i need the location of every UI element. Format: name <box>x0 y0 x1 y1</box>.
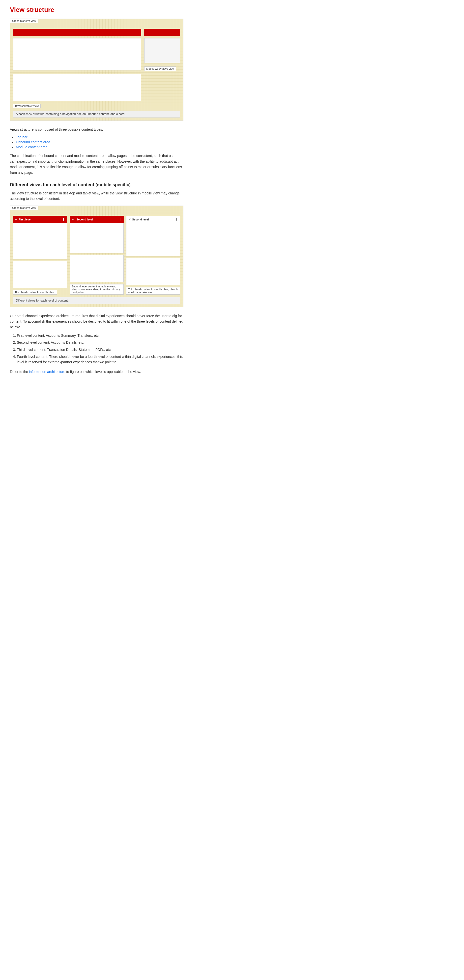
content-types-list: Top bar Unbound content area Module cont… <box>16 135 183 149</box>
second-level-col: Second level Second level content in mob… <box>70 216 124 294</box>
diagram2-container: Cross-platform view First level First le… <box>10 205 183 307</box>
third-level-label: Third level content in mobile view; view… <box>126 286 180 294</box>
second-level-label: Second level content in mobile view; vie… <box>70 283 124 294</box>
level-item-3: Third level content: Transaction Details… <box>17 347 183 352</box>
list-item-unbound: Unbound content area <box>16 140 183 144</box>
second-level-topbar-left: Second level <box>72 218 93 221</box>
list-item-module: Module content area <box>16 145 183 149</box>
first-level-caption: First level content in mobile view. <box>13 290 57 294</box>
browser-tablet-view <box>13 29 141 101</box>
unbound-link[interactable]: Unbound content area <box>16 140 50 144</box>
diagram2-caption: Different views for each level of conten… <box>13 297 180 304</box>
module-link[interactable]: Module content area <box>16 145 48 149</box>
third-level-title: Second level <box>132 218 149 221</box>
section2-description: The view structure is consistent in desk… <box>10 191 183 202</box>
refer-text-after: to figure out which level is applicable … <box>65 370 141 374</box>
second-level-content <box>70 223 124 253</box>
second-level-topbar: Second level <box>70 216 124 223</box>
browser-card-area <box>13 74 141 101</box>
diagram1-caption: A basic view structure containing a navi… <box>13 111 180 118</box>
back-icon <box>72 218 75 221</box>
levels-ordered-list: First level content: Accounts Summary, T… <box>17 333 183 365</box>
first-level-title: First level <box>19 218 31 221</box>
diagram1-row: Mobile web/native view <box>13 29 180 101</box>
first-level-card <box>13 261 67 288</box>
refer-paragraph: Refer to the information architecture to… <box>10 369 183 374</box>
level-item-2: Second level content: Accounts Details, … <box>17 340 183 345</box>
combination-text: The combination of unbound content and m… <box>10 153 183 175</box>
browser-content-area <box>13 38 141 70</box>
refer-text-before: Refer to the <box>10 370 29 374</box>
diagram1-container: Cross-platform view Mobile web/native vi… <box>10 19 183 121</box>
hamburger-icon <box>15 218 17 221</box>
info-architecture-link[interactable]: information architecture <box>29 370 65 374</box>
more-icon-3 <box>175 218 178 221</box>
third-level-topbar: Second level <box>126 216 180 223</box>
page-title: View structure <box>10 6 183 14</box>
section2-title: Different views for each level of conten… <box>10 182 183 188</box>
level-item-4: Fourth level content: There should never… <box>17 354 183 365</box>
third-level-card <box>126 258 180 285</box>
more-icon-2 <box>118 218 122 221</box>
close-icon <box>129 218 130 221</box>
first-level-col: First level First level content in mobil… <box>13 216 67 294</box>
list-item-topbar: Top bar <box>16 135 183 139</box>
level-item-1: First level content: Accounts Summary, T… <box>17 333 183 338</box>
diagram1-label: Cross-platform view <box>10 19 38 23</box>
first-level-topbar-left: First level <box>15 218 32 221</box>
mobile-topbar <box>144 29 180 36</box>
second-level-title: Second level <box>76 218 93 221</box>
second-level-card <box>70 255 124 282</box>
mobile-content-area <box>144 38 180 63</box>
mobile-levels-row: First level First level content in mobil… <box>13 216 180 294</box>
first-level-content <box>13 223 67 259</box>
browser-topbar <box>13 29 141 36</box>
intro-text: Views structure is composed of three pos… <box>10 127 183 132</box>
diagram2-label: Cross-platform view <box>10 205 38 210</box>
first-level-topbar: First level <box>13 216 67 223</box>
third-level-content <box>126 223 180 256</box>
third-level-caption: Third level content in mobile view; view… <box>126 287 180 294</box>
diagram1-bottom-labels: Browser/tablet view <box>13 103 180 108</box>
mobile-view-label: Mobile web/native view <box>144 67 176 71</box>
topbar-link[interactable]: Top bar <box>16 135 27 139</box>
third-level-col: Second level Third level content in mobi… <box>126 216 180 294</box>
more-icon-1 <box>62 218 65 221</box>
omni-text: Our omni-channel experience architecture… <box>10 313 183 330</box>
browser-view-label: Browser/tablet view <box>13 103 41 108</box>
third-level-topbar-left: Second level <box>129 218 149 221</box>
second-level-caption: Second level content in mobile view; vie… <box>70 284 124 294</box>
first-level-label: First level content in mobile view. <box>13 289 67 294</box>
mobile-view: Mobile web/native view <box>144 29 180 101</box>
